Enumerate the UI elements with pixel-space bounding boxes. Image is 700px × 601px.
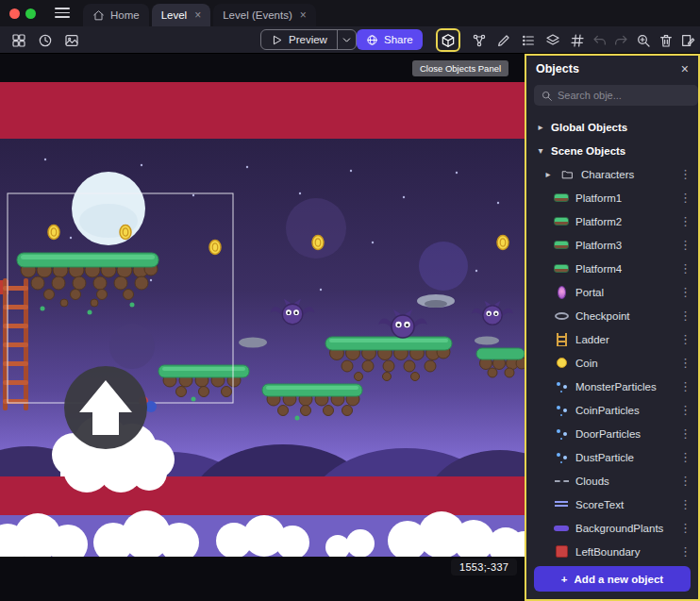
item-menu-button[interactable]: ⋮ [679,403,691,417]
text-thumbnail-icon [555,500,568,509]
object-groups-button[interactable] [470,31,489,50]
window-close-button[interactable] [9,8,20,19]
preview-button[interactable]: Preview [260,29,357,50]
platform-thumbnail-icon [554,193,569,202]
item-menu-button[interactable]: ⋮ [679,285,691,299]
item-menu-button[interactable]: ⋮ [679,191,691,205]
cursor-coordinates-badge: 1553;-337 [451,559,517,576]
item-menu-button[interactable]: ⋮ [679,379,691,393]
object-item-platform1[interactable]: Platform1 ⋮ [526,186,698,209]
object-item-coin[interactable]: Coin ⋮ [526,351,698,375]
group-global-objects[interactable]: ▸ Global Objects [526,115,698,139]
moon-object[interactable] [72,172,145,245]
item-menu-button[interactable]: ⋮ [679,167,691,181]
tab-close-icon[interactable]: × [300,8,307,22]
coin-object[interactable] [312,236,324,250]
item-menu-button[interactable]: ⋮ [679,261,691,275]
zoom-in-button[interactable] [634,31,653,50]
scene-canvas[interactable] [0,54,525,601]
objects-panel-toggle-button[interactable] [436,28,460,52]
plus-icon: + [561,574,568,585]
chevron-down-icon[interactable]: ▾ [536,145,545,156]
project-manager-button[interactable] [9,31,28,50]
edit-scene-button[interactable] [678,31,697,50]
ladder-thumbnail-icon [557,333,567,346]
layers-button[interactable] [543,31,562,50]
object-item-platform2[interactable]: Platform2 ⋮ [526,209,698,233]
object-item-backgroundplants[interactable]: BackgroundPlants ⋮ [526,516,698,540]
chevron-right-icon[interactable]: ▸ [543,169,553,179]
object-item-label: Checkpoint [575,310,674,322]
preview-options-button[interactable] [337,30,356,49]
object-item-label: Coin [575,358,674,369]
coin-object[interactable] [209,241,221,255]
item-menu-button[interactable]: ⋮ [679,450,691,464]
object-item-characters[interactable]: ▸ Characters ⋮ [526,162,698,186]
item-menu-button[interactable]: ⋮ [679,309,691,323]
tab-level[interactable]: Level × [152,4,211,26]
object-item-label: Characters [581,169,674,180]
item-menu-button[interactable]: ⋮ [679,332,691,346]
object-item-dustparticle[interactable]: DustParticle ⋮ [526,445,698,469]
coin-object[interactable] [48,225,59,240]
top-boundary-band [0,82,525,139]
scene-render [0,54,525,601]
media-button[interactable] [62,31,81,50]
object-item-coinparticles[interactable]: CoinParticles ⋮ [526,398,698,422]
layout-grid-icon [11,33,26,48]
hamburger-menu-button[interactable] [55,8,70,18]
object-item-platform4[interactable]: Platform4 ⋮ [526,257,698,280]
tab-strip: Home Level × Level (Events) × [83,0,316,26]
item-menu-button[interactable]: ⋮ [679,497,691,511]
object-item-clouds[interactable]: Clouds ⋮ [526,469,698,492]
objects-panel: Objects × ▸ Global Objects ▾ Scene Objec… [525,54,700,601]
group-scene-objects[interactable]: ▾ Scene Objects [526,139,698,162]
preview-label: Preview [289,34,327,45]
search-input[interactable] [558,90,692,101]
add-object-button[interactable]: + Add a new object [534,566,691,592]
object-item-scoretext[interactable]: ScoreText ⋮ [526,492,698,516]
item-menu-button[interactable]: ⋮ [679,356,691,370]
platform-thumbnail-icon [554,241,569,249]
object-item-monsterparticles[interactable]: MonsterParticles ⋮ [526,375,698,398]
globe-icon [366,34,378,46]
history-button[interactable] [36,31,55,50]
item-menu-button[interactable]: ⋮ [679,521,691,535]
object-item-platform3[interactable]: Platform3 ⋮ [526,233,698,257]
grid-button[interactable] [568,31,587,50]
tab-level-events[interactable]: Level (Events) × [213,4,316,26]
share-button[interactable]: Share [357,29,423,50]
titlebar: Home Level × Level (Events) × [0,0,700,26]
item-menu-button[interactable]: ⋮ [679,426,691,441]
chevron-right-icon[interactable]: ▸ [536,122,545,132]
trash-icon [658,33,674,48]
tab-home[interactable]: Home [83,4,149,26]
objects-panel-title: Objects [536,62,579,75]
item-menu-button[interactable]: ⋮ [679,238,691,252]
search-box[interactable] [534,85,698,106]
object-item-doorparticles[interactable]: DoorParticles ⋮ [526,422,698,445]
object-item-portal[interactable]: Portal ⋮ [526,280,698,304]
coin-object[interactable] [497,236,508,250]
delete-button[interactable] [657,31,675,50]
undo-button[interactable] [591,31,609,50]
tab-close-icon[interactable]: × [194,8,201,22]
redo-icon [613,33,628,48]
item-menu-button[interactable]: ⋮ [679,474,691,488]
object-item-leftboundary[interactable]: LeftBoundary ⋮ [526,540,698,563]
object-item-label: Platform1 [575,192,674,204]
close-panel-icon[interactable]: × [681,61,689,76]
edit-properties-button[interactable] [494,31,513,50]
objects-tree: ▸ Global Objects ▾ Scene Objects ▸ Chara… [526,109,698,566]
item-menu-button[interactable]: ⋮ [679,214,691,228]
jump-arrow-button-object[interactable] [64,366,147,449]
item-menu-button[interactable]: ⋮ [679,544,691,559]
object-item-checkpoint[interactable]: Checkpoint ⋮ [526,304,698,327]
window-maximize-button[interactable] [25,8,36,19]
tab-label: Level [161,9,188,21]
redo-button[interactable] [611,31,630,50]
object-item-ladder[interactable]: Ladder ⋮ [526,327,698,351]
coin-object[interactable] [120,225,131,240]
instances-list-button[interactable] [519,31,538,50]
clouds-thumbnail-icon [555,480,569,482]
